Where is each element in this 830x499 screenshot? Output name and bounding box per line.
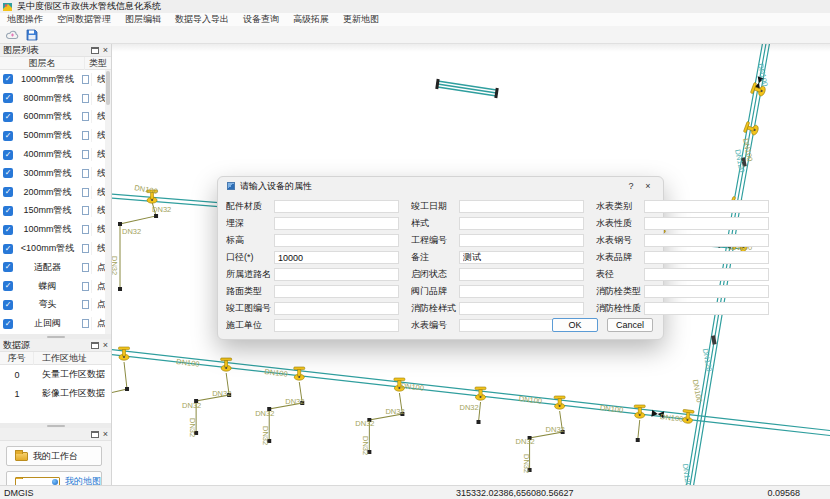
field-input[interactable]	[459, 285, 584, 298]
float-panel-icon[interactable]	[91, 431, 99, 438]
field-input[interactable]	[274, 200, 399, 213]
window-title: 吴中度假区市政供水管线信息化系统	[17, 0, 161, 13]
pipe-label: DN100	[756, 63, 770, 88]
field-input[interactable]	[459, 268, 584, 281]
float-panel-icon[interactable]	[91, 342, 99, 349]
layer-visibility-checkbox[interactable]	[3, 168, 13, 178]
pipe-label: DN100	[264, 367, 288, 379]
scrollbar-thumb[interactable]	[106, 71, 110, 105]
layer-row[interactable]: 1000mm管线线	[0, 70, 111, 89]
field-input[interactable]	[274, 285, 399, 298]
dialog-field-row: 水表性质	[596, 215, 769, 232]
layer-visibility-checkbox[interactable]	[3, 244, 13, 254]
pipe-label: DN100	[660, 412, 684, 424]
layer-style-doc-icon	[82, 150, 89, 159]
close-panel-icon[interactable]	[103, 431, 108, 438]
ok-button[interactable]: OK	[552, 318, 598, 332]
layer-row[interactable]: 800mm管线线	[0, 89, 111, 108]
field-input[interactable]	[274, 251, 399, 264]
cloud-add-icon[interactable]	[5, 28, 19, 42]
layer-visibility-checkbox[interactable]	[3, 74, 13, 84]
layer-visibility-checkbox[interactable]	[3, 319, 13, 329]
layer-row[interactable]: 弯头点	[0, 296, 111, 315]
my-workbench-button[interactable]: 我的工作台	[6, 446, 102, 466]
layer-row[interactable]: 500mm管线线	[0, 126, 111, 145]
service-branch-line	[120, 202, 156, 289]
left-dock: 图层列表 图层名 类型 1000mm管线线800mm管线线600mm管线线500…	[0, 44, 112, 485]
layer-visibility-checkbox[interactable]	[3, 206, 13, 216]
dialog-field-row: 工程编号	[411, 232, 584, 249]
field-input[interactable]	[459, 302, 584, 315]
field-input[interactable]	[644, 217, 769, 230]
close-panel-icon[interactable]	[103, 342, 108, 349]
field-input[interactable]	[274, 234, 399, 247]
layer-scrollbar[interactable]	[105, 70, 111, 334]
cancel-button[interactable]: Cancel	[607, 318, 653, 332]
layer-row[interactable]: 300mm管线线	[0, 164, 111, 183]
layer-row[interactable]: 止回阀点	[0, 314, 111, 333]
field-label: 路面类型	[226, 285, 274, 298]
layer-visibility-checkbox[interactable]	[3, 93, 13, 103]
layer-visibility-checkbox[interactable]	[3, 150, 13, 160]
field-input[interactable]	[274, 268, 399, 281]
layer-visibility-checkbox[interactable]	[3, 131, 13, 141]
menu-item-2[interactable]: 空间数据管理	[50, 13, 118, 26]
field-input[interactable]	[274, 302, 399, 315]
layer-visibility-checkbox[interactable]	[3, 281, 13, 291]
dialog-title-bar[interactable]: 请输入设备的属性 ? ×	[218, 177, 663, 195]
field-input[interactable]	[274, 319, 399, 332]
layer-visibility-checkbox[interactable]	[3, 300, 13, 310]
field-input[interactable]	[274, 217, 399, 230]
layer-style-doc-icon	[82, 319, 89, 328]
layer-visibility-checkbox[interactable]	[3, 225, 13, 235]
field-input[interactable]	[644, 251, 769, 264]
node-marker	[477, 420, 481, 424]
menu-item-4[interactable]: 数据导入导出	[168, 13, 236, 26]
field-input[interactable]	[644, 268, 769, 281]
field-label: 启闭状态	[411, 268, 459, 281]
field-input[interactable]	[644, 302, 769, 315]
layer-row[interactable]: 600mm管线线	[0, 108, 111, 127]
field-input[interactable]	[459, 200, 584, 213]
datasource-row[interactable]: 1影像工作区数据	[0, 384, 111, 403]
map-area[interactable]: DN100DN32DN32DN32DN100DN100DN100DN100DN1…	[112, 44, 830, 485]
layer-visibility-checkbox[interactable]	[3, 187, 13, 197]
layer-row[interactable]: 150mm管线线	[0, 202, 111, 221]
field-input[interactable]	[644, 285, 769, 298]
layer-row[interactable]: <100mm管线线	[0, 239, 111, 258]
field-input[interactable]	[644, 234, 769, 247]
datasource-row[interactable]: 0矢量工作区数据	[0, 365, 111, 384]
datasource-index: 1	[0, 389, 34, 399]
dialog-close-button[interactable]: ×	[642, 181, 654, 191]
dialog-help-button[interactable]: ?	[625, 181, 637, 191]
menu-item-7[interactable]: 更新地图	[336, 13, 386, 26]
pipe-label: DN100	[400, 381, 424, 393]
field-input[interactable]	[459, 234, 584, 247]
layer-row[interactable]: 100mm管线线	[0, 220, 111, 239]
node-marker	[125, 387, 129, 391]
field-label: 水表性质	[596, 217, 644, 230]
menu-item-5[interactable]: 设备查询	[236, 13, 286, 26]
save-icon[interactable]	[25, 28, 39, 42]
layer-style-doc-icon	[82, 75, 89, 84]
menu-item-1[interactable]: 地图操作	[0, 13, 50, 26]
menu-item-3[interactable]: 图层编辑	[118, 13, 168, 26]
field-label: 所属道路名	[226, 268, 274, 281]
layer-row[interactable]: 适配器点	[0, 258, 111, 277]
layer-row[interactable]: 蝶阀点	[0, 277, 111, 296]
layer-row[interactable]: 200mm管线线	[0, 183, 111, 202]
close-panel-icon[interactable]	[103, 47, 108, 54]
field-input[interactable]	[459, 251, 584, 264]
layer-visibility-checkbox[interactable]	[3, 262, 13, 272]
field-label: 埋深	[226, 217, 274, 230]
pipe-label: DN100	[176, 357, 200, 369]
field-input[interactable]	[644, 200, 769, 213]
layer-name: 200mm管线	[13, 186, 82, 199]
menu-item-6[interactable]: 高级拓展	[286, 13, 336, 26]
float-panel-icon[interactable]	[91, 47, 99, 54]
layer-visibility-checkbox[interactable]	[3, 112, 13, 122]
layer-row[interactable]: 400mm管线线	[0, 145, 111, 164]
node-marker	[118, 287, 122, 291]
layer-style-doc-icon	[82, 112, 89, 121]
field-input[interactable]	[459, 217, 584, 230]
